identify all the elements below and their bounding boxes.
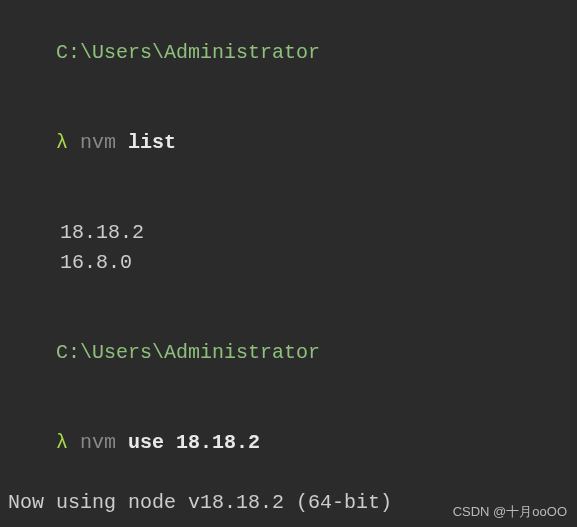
command-main: use 18.18.2 xyxy=(128,431,260,454)
prompt-lambda: λ xyxy=(56,431,68,454)
command-main: list xyxy=(128,131,176,154)
command-line: λ nvm list xyxy=(8,98,569,188)
command-prefix: nvm xyxy=(68,431,128,454)
version-item: 18.18.2 xyxy=(8,218,569,248)
version-item: 16.8.0 xyxy=(8,248,569,278)
terminal-window[interactable]: C:\Users\Administrator λ nvm list 18.18.… xyxy=(8,8,569,527)
cwd-path: C:\Users\Administrator xyxy=(56,41,320,64)
watermark-text: CSDN @十月ooOO xyxy=(453,502,567,522)
path-line: C:\Users\Administrator xyxy=(8,8,569,98)
command-prefix: nvm xyxy=(68,131,128,154)
prompt-lambda: λ xyxy=(56,131,68,154)
blank-line xyxy=(8,188,569,218)
command-line: λ nvm use 18.18.2 xyxy=(8,398,569,488)
cwd-path: C:\Users\Administrator xyxy=(56,341,320,364)
path-line: C:\Users\Administrator xyxy=(8,308,569,398)
blank-line xyxy=(8,278,569,308)
